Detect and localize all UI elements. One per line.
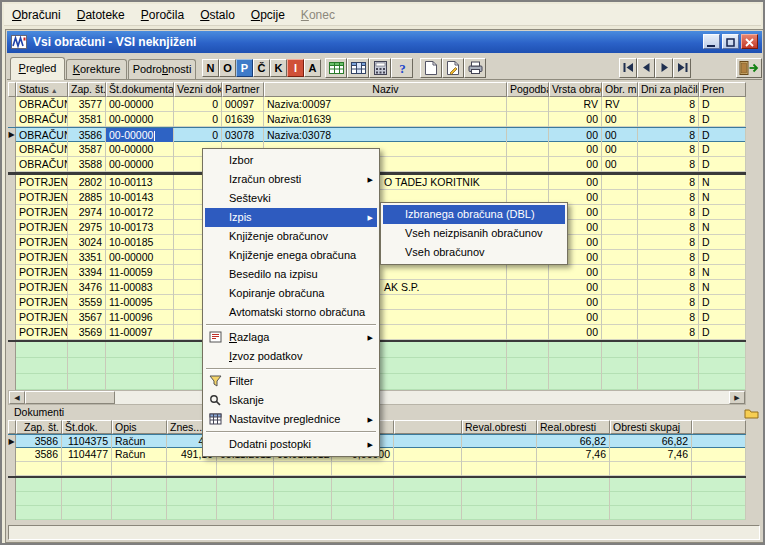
- context-menu-item-knjizenje-enega-obracuna[interactable]: Knjiženje enega obračuna: [205, 246, 377, 265]
- menu-item-label: Seštevki: [229, 192, 271, 204]
- column-header-status[interactable]: Status▲: [16, 82, 68, 97]
- doc-column-header-reval[interactable]: Reval.obresti: [462, 420, 537, 434]
- print-button[interactable]: [464, 58, 486, 78]
- cell-dni: 8: [638, 112, 699, 127]
- help-button[interactable]: ?: [391, 58, 413, 78]
- cell: [332, 492, 394, 506]
- menubar-item-ostalo[interactable]: Ostalo: [192, 4, 243, 25]
- table-columns-button[interactable]: [347, 58, 369, 78]
- column-header-dok[interactable]: Št.dokumenta: [106, 82, 174, 97]
- doc-column-header-real[interactable]: Real.obresti: [537, 420, 610, 434]
- letter-button-a[interactable]: A: [304, 59, 321, 77]
- menu-item-label: Filter: [229, 375, 253, 387]
- cell-zap: 2974: [68, 205, 106, 220]
- context-menu-item-razlaga[interactable]: Razlaga▶: [205, 328, 377, 347]
- tab-podrobnosti[interactable]: Podrobnosti: [128, 59, 196, 79]
- close-button[interactable]: [741, 34, 758, 49]
- scroll-thumb[interactable]: [25, 391, 115, 404]
- next-record-button[interactable]: [655, 58, 673, 78]
- cell-vrsta: RV: [549, 97, 602, 112]
- scroll-left-button[interactable]: ◀: [9, 391, 25, 404]
- context-menu-item-besedilo-na-izpisu[interactable]: Besedilo na izpisu: [205, 265, 377, 284]
- submenu-item-vseh-obracunov[interactable]: Vseh obračunov: [383, 243, 565, 262]
- doc-column-header-fill[interactable]: [692, 420, 746, 434]
- context-menu-item-kopiranje-obracuna[interactable]: Kopiranje obračuna: [205, 284, 377, 303]
- table-row[interactable]: OBRAČUN358100-00000001639Naziva:01639000…: [8, 112, 746, 127]
- first-record-button[interactable]: [619, 58, 637, 78]
- menubar-item-obracuni[interactable]: Obračuni: [4, 4, 69, 25]
- cell: [692, 492, 746, 506]
- cell: [394, 492, 462, 506]
- context-menu-item-izracun-obresti[interactable]: Izračun obresti▶: [205, 170, 377, 189]
- column-header-obrm[interactable]: Obr. m.: [602, 82, 638, 97]
- menubar-item-konec[interactable]: Konec: [293, 4, 343, 25]
- new-document-button[interactable]: [420, 58, 442, 78]
- empty-row: [8, 478, 746, 492]
- letter-button-i[interactable]: I: [287, 59, 304, 77]
- documents-label: Dokumenti: [14, 406, 64, 418]
- context-menu-item-filter[interactable]: Filter: [205, 372, 377, 391]
- cell: [692, 462, 746, 476]
- menu-item-label: Dodatni postopki: [229, 438, 311, 450]
- cell: [106, 358, 174, 374]
- cell-status: POTRJEN: [16, 325, 68, 340]
- column-header-vrsta[interactable]: Vrsta obrač.: [549, 82, 602, 97]
- table-row[interactable]: OBRAČUN357700-00000000097Naziva:00097RVR…: [8, 97, 746, 112]
- cell: [462, 492, 537, 506]
- edit-document-button[interactable]: [442, 58, 464, 78]
- context-menu-item-dodatni-postopki[interactable]: Dodatni postopki▶: [205, 435, 377, 454]
- minimize-button[interactable]: [703, 34, 720, 49]
- context-menu-item-avtomatski-storno-obracuna[interactable]: Avtomatski storno obračuna: [205, 303, 377, 322]
- column-header-vezni[interactable]: Vezni dok.: [174, 82, 222, 97]
- menubar-item-opcije[interactable]: Opcije: [243, 4, 293, 25]
- letter-button-o[interactable]: O: [219, 59, 236, 77]
- cell-status: POTRJEN: [16, 175, 68, 190]
- context-menu-item-knjizenje-obracunov[interactable]: Knjiženje obračunov: [205, 227, 377, 246]
- calculator-button[interactable]: [369, 58, 391, 78]
- submenu-item-vseh-neizpisanih-obracunov[interactable]: Vseh neizpisanih obračunov: [383, 224, 565, 243]
- exit-button[interactable]: [736, 58, 762, 78]
- doc-column-header-opis[interactable]: Opis: [112, 420, 167, 434]
- tab-korekture[interactable]: Korekture: [66, 59, 127, 79]
- prev-record-button[interactable]: [637, 58, 655, 78]
- letter-button-p[interactable]: P: [236, 59, 253, 77]
- tab-pregled[interactable]: Pregled: [10, 57, 65, 80]
- context-menu-item-izvoz-podatkov[interactable]: Izvoz podatkov: [205, 347, 377, 366]
- letter-button-c[interactable]: Č: [253, 59, 270, 77]
- context-menu-item-izbor[interactable]: Izbor: [205, 151, 377, 170]
- doc-column-header-gap[interactable]: [394, 420, 462, 434]
- menubar-item-datoteke[interactable]: Datoteke: [69, 4, 133, 25]
- maximize-button[interactable]: [722, 34, 739, 49]
- last-record-button[interactable]: [673, 58, 691, 78]
- cell-pogodba: [507, 265, 549, 280]
- submenu-arrow-icon: ▶: [368, 328, 373, 347]
- column-header-pren[interactable]: Pren: [699, 82, 746, 97]
- column-header-pogodba[interactable]: Pogodba: [507, 82, 549, 97]
- column-header-partner[interactable]: Partner: [222, 82, 264, 97]
- sort-asc-icon: ▲: [51, 87, 58, 94]
- doc-column-header-zap[interactable]: Zap. št.: [16, 420, 62, 434]
- submenu-arrow-icon: ▶: [368, 208, 373, 227]
- cell: [68, 342, 106, 358]
- column-header-dni[interactable]: Dni za plačilo: [638, 82, 699, 97]
- column-header-zap[interactable]: Zap. št.: [68, 82, 106, 97]
- cell-zap: 3394: [68, 265, 106, 280]
- menu-item-label: Knjiženje enega obračuna: [229, 249, 356, 261]
- submenu-item-izbranega-obracuna-dbl[interactable]: Izbranega obračuna (DBL): [383, 205, 565, 224]
- menubar-item-porocila[interactable]: Poročila: [133, 4, 192, 25]
- context-menu-item-sestevki[interactable]: Seštevki: [205, 189, 377, 208]
- letter-button-k[interactable]: K: [270, 59, 287, 77]
- table-row[interactable]: ▶OBRAČUN358600-00000003078Naziva:0307800…: [8, 127, 746, 142]
- context-menu-item-nastavitve-preglednice[interactable]: Nastavitve preglednice▶: [205, 410, 377, 429]
- open-folder-button[interactable]: [742, 405, 760, 420]
- calculator-icon: [374, 61, 387, 78]
- doc-column-header-skupaj[interactable]: Obresti skupaj: [610, 420, 692, 434]
- letter-button-n[interactable]: N: [202, 59, 219, 77]
- menu-item-label: Izračun obresti: [229, 173, 301, 185]
- table-select-button[interactable]: [325, 58, 347, 78]
- context-menu-item-iskanje[interactable]: Iskanje: [205, 391, 377, 410]
- doc-column-header-dok[interactable]: Št.dok.: [62, 420, 112, 434]
- column-header-naziv[interactable]: Naziv: [264, 82, 507, 97]
- scroll-right-button[interactable]: ▶: [729, 391, 745, 404]
- context-menu-item-izpis[interactable]: Izpis▶: [205, 208, 377, 227]
